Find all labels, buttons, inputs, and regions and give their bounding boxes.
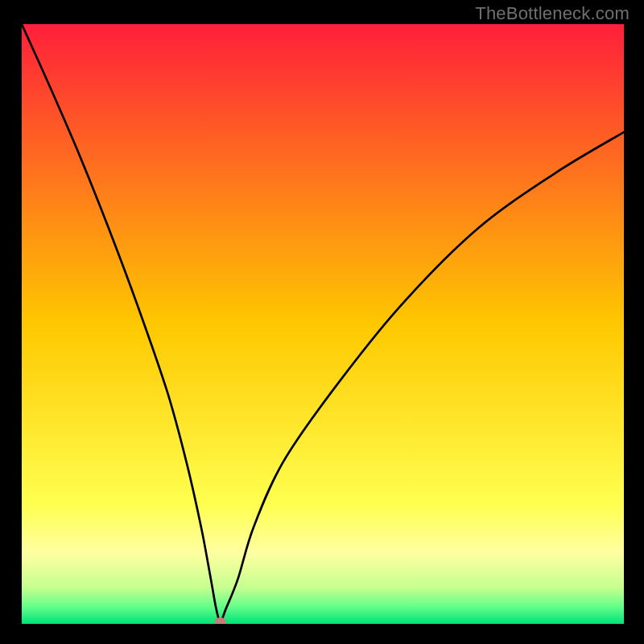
frame-bottom bbox=[0, 624, 644, 644]
plot-background bbox=[22, 24, 624, 624]
chart-stage: TheBottleneck.com bbox=[0, 0, 644, 644]
watermark-text: TheBottleneck.com bbox=[475, 3, 630, 24]
frame-right bbox=[624, 0, 644, 644]
bottleneck-chart bbox=[0, 0, 644, 644]
frame-left bbox=[0, 0, 22, 644]
